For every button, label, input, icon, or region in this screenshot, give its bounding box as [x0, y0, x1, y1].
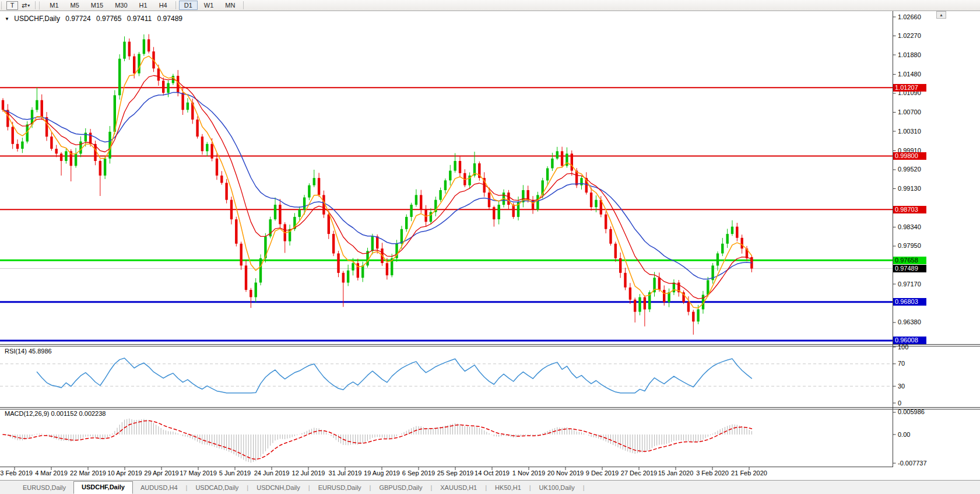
candle-body — [449, 171, 451, 181]
toolbar-grip-handle[interactable] — [1, 2, 4, 9]
candle-body — [240, 244, 243, 266]
candle-body — [614, 244, 617, 258]
top-toolbar: T ⇄ ▾ M1M5M15M30H1H4D1W1MN — [0, 0, 980, 11]
macd-axis-label: -0.007737 — [898, 460, 927, 467]
arrange-charts-button[interactable]: ⇄ ▾ — [19, 1, 32, 10]
mt4-window: { "toolbar": { "text_tool_label": "T", "… — [0, 0, 980, 494]
price-badge: 0.98703 — [893, 206, 926, 213]
candle-body — [12, 127, 14, 144]
candle-body — [624, 273, 626, 288]
candle-body — [629, 288, 631, 300]
tab-2-audusd-h4[interactable]: AUDUSD,H4 — [133, 482, 185, 494]
price-badge: 0.96008 — [893, 337, 926, 344]
candle-body — [220, 176, 223, 183]
candle-body — [328, 215, 330, 234]
timeframe-button-h4[interactable]: H4 — [154, 1, 173, 10]
candle-body — [65, 151, 67, 161]
candle-body — [609, 229, 612, 244]
rsi-axis-label: 30 — [898, 383, 905, 390]
candle-body — [206, 144, 208, 151]
timeframe-button-h1[interactable]: H1 — [134, 1, 153, 10]
toolbar-divider — [243, 1, 244, 9]
candle-body — [439, 190, 441, 200]
tab-9-uk100-daily[interactable]: UK100,Daily — [532, 482, 582, 494]
date-label: 6 Sep 2019 — [402, 470, 435, 477]
candle-body — [444, 180, 447, 190]
symbol-name: USDCHF,Daily — [14, 15, 60, 23]
chart-canvas[interactable] — [0, 0, 980, 494]
timeframe-button-m30[interactable]: M30 — [110, 1, 132, 10]
candle-body — [371, 236, 374, 251]
candle-body — [55, 149, 58, 153]
price-tick-label: 0.97950 — [898, 242, 921, 250]
date-label: 21 Feb 2020 — [731, 470, 767, 477]
candle-body — [575, 171, 578, 185]
open-value: 0.97724 — [65, 15, 90, 23]
price-tick-label: 0.99130 — [898, 185, 921, 192]
timeframe-button-m15[interactable]: M15 — [86, 1, 108, 10]
candle-body — [196, 120, 198, 136]
candle-body — [697, 309, 699, 321]
candle-body — [250, 290, 252, 297]
candle-body — [352, 263, 354, 271]
date-label: 14 Oct 2019 — [475, 470, 510, 477]
price-tick-label: 1.00700 — [898, 108, 921, 116]
current-price-badge: 0.97489 — [893, 265, 926, 272]
candle-body — [36, 100, 38, 110]
candle-body — [580, 178, 582, 185]
candle-body — [556, 151, 559, 159]
candle-body — [255, 283, 257, 297]
candle-body — [41, 100, 43, 117]
chart-quote-line: ▼ USDCHF,Daily 0.97724 0.97765 0.97411 0… — [5, 15, 186, 23]
tab-3-usdcad-daily[interactable]: USDCAD,Daily — [188, 482, 246, 494]
candle-body — [658, 278, 661, 290]
timeframe-button-m5[interactable]: M5 — [65, 1, 85, 10]
tab-0-eurusd-daily[interactable]: EURUSD,Daily — [15, 482, 73, 494]
text-tool-button[interactable]: T — [6, 1, 18, 10]
timeframe-button-w1[interactable]: W1 — [199, 1, 219, 10]
timeframe-button-mn[interactable]: MN — [220, 1, 240, 10]
candle-body — [332, 234, 335, 253]
arrange-arrows-icon: ⇄ — [22, 2, 27, 9]
tab-6-gbpusd-daily[interactable]: GBPUSD,Daily — [371, 482, 430, 494]
chart-tab-bar: EURUSD,DailyUSDCHF,DailyAUDUSD,H4|USDCAD… — [0, 480, 980, 494]
candle-body — [668, 292, 670, 302]
price-tick-label: 1.01880 — [898, 51, 921, 59]
candle-body — [322, 195, 325, 214]
candle-body — [128, 42, 131, 57]
candle-body — [361, 265, 364, 278]
date-label: 4 Mar 2019 — [35, 470, 68, 477]
candle-body — [308, 185, 310, 198]
candle-body — [210, 144, 213, 159]
candle-body — [274, 205, 276, 219]
toolbar-divider — [175, 1, 176, 9]
candle-body — [133, 57, 135, 73]
candle-body — [721, 244, 723, 254]
date-label: 10 Apr 2019 — [107, 470, 142, 477]
candle-body — [303, 198, 305, 210]
date-label: 31 Jul 2019 — [329, 470, 362, 477]
tab-4-usdcnh-daily[interactable]: USDCNH,Daily — [249, 482, 308, 494]
timeframe-button-m1[interactable]: M1 — [44, 1, 64, 10]
candle-body — [99, 161, 101, 176]
tab-7-xauusd-h1[interactable]: XAUUSD,H1 — [433, 482, 484, 494]
toolbar-grip-handle[interactable] — [39, 2, 42, 9]
tab-5-eurusd-daily[interactable]: EURUSD,Daily — [311, 482, 369, 494]
tab-8-hk50-h1[interactable]: HK50,H1 — [487, 482, 529, 494]
candle-body — [405, 217, 408, 229]
date-label: 24 Jun 2019 — [254, 470, 290, 477]
tab-1-usdchf-daily[interactable]: USDCHF,Daily — [73, 481, 133, 494]
date-label: 1 Nov 2019 — [512, 470, 545, 477]
date-label: 9 Dec 2019 — [586, 470, 619, 477]
toolbar-overflow-button[interactable]: ▴ — [936, 11, 946, 19]
candle-body — [245, 265, 247, 290]
candle-body — [313, 178, 315, 185]
candle-body — [527, 190, 529, 200]
price-badge: 0.96803 — [893, 298, 926, 306]
candle-body — [201, 136, 203, 151]
candle-body — [2, 100, 4, 110]
timeframe-button-d1[interactable]: D1 — [179, 1, 198, 10]
date-label: 25 Sep 2019 — [437, 470, 473, 477]
macd-axis-label: 0.005986 — [898, 408, 925, 416]
toolbar-divider — [35, 1, 36, 9]
